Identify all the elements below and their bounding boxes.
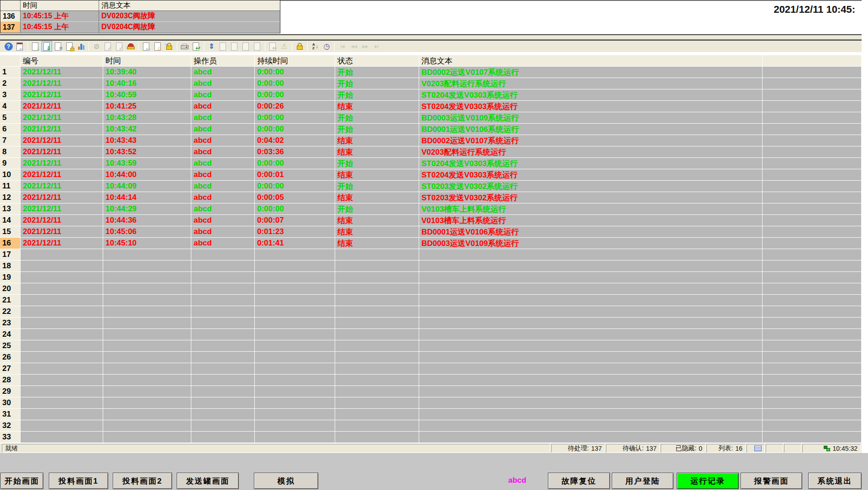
duration-cell: 0:00:05 — [255, 192, 335, 203]
table-row-empty[interactable]: 29 — [0, 386, 862, 397]
table-row-empty[interactable]: 30 — [0, 397, 862, 409]
duration-cell — [255, 432, 335, 443]
table-row[interactable]: 132021/12/1110:44:29abcd0:00:00开始V0103槽车… — [0, 203, 862, 215]
date-cell: 2021/12/11 — [21, 238, 103, 249]
info-text-icon[interactable]: ← — [141, 41, 152, 52]
row-number-cell: 23 — [0, 318, 21, 329]
alarm-popup-window: 时间消息文本13610:45:15 上午DV0203C阀故障13710:45:1… — [0, 0, 280, 33]
table-row[interactable]: 52021/12/1110:43:28abcd0:00:00开始BD0003运送… — [0, 112, 862, 124]
time-cell — [103, 249, 191, 261]
help-icon[interactable]: ? — [3, 41, 14, 52]
nav-button-feed-screen-1[interactable]: 投料画面1 — [49, 473, 108, 489]
column-header-number[interactable]: 编号 — [21, 55, 103, 67]
operator-cell — [191, 363, 255, 375]
sort-az-icon[interactable]: AZ↓ — [310, 41, 321, 52]
alarm-time-cell: 10:45:15 上午 — [21, 11, 99, 22]
table-row-empty[interactable]: 20 — [0, 283, 862, 295]
table-row[interactable]: 102021/12/1110:44:00abcd0:00:01结束ST0204发… — [0, 169, 862, 181]
table-row[interactable]: 22021/12/1110:40:16abcd0:00:00开始V0203配料运… — [0, 78, 862, 89]
table-row[interactable]: 42021/12/1110:41:25abcd0:00:26结束ST0204发送… — [0, 101, 862, 112]
emergency-ack-icon[interactable] — [126, 41, 136, 52]
time-cell — [103, 306, 191, 318]
row-number-cell: 3 — [0, 89, 21, 101]
lock-icon[interactable] — [295, 41, 305, 52]
time-base-icon[interactable]: ◷ — [321, 41, 332, 52]
table-row-empty[interactable]: 31 — [0, 409, 862, 420]
table-row[interactable]: 32021/12/1110:40:59abcd0:00:00开始ST0204发送… — [0, 89, 862, 101]
table-row[interactable]: 12021/12/1110:39:40abcd0:00:00开始BD0002运送… — [0, 67, 862, 78]
table-row-empty[interactable]: 26 — [0, 352, 862, 363]
table-row[interactable]: 142021/12/1110:44:36abcd0:00:07结束V0103槽车… — [0, 215, 862, 226]
table-row-empty[interactable]: 33 — [0, 432, 862, 443]
alarm-popup-corner-cell — [0, 0, 21, 11]
lock-display-icon[interactable]: ← — [164, 41, 174, 52]
operator-cell — [191, 272, 255, 283]
lock-list-icon[interactable] — [64, 41, 75, 52]
operator-cell: abcd — [191, 158, 255, 169]
nav-button-simulation[interactable]: 模拟 — [254, 473, 318, 489]
spacer-cell — [763, 261, 862, 272]
date-cell — [21, 306, 103, 318]
alarm-popup-row[interactable]: 13710:45:15 上午DV0204C阀故障 — [0, 22, 280, 33]
nav-button-system-exit[interactable]: 系统退出 — [808, 473, 862, 489]
column-header-time[interactable]: 时间 — [103, 55, 191, 67]
date-cell: 2021/12/11 — [21, 78, 103, 89]
table-row[interactable]: 92021/12/1110:43:59abcd0:00:00开始ST0204发送… — [0, 158, 862, 169]
bottom-navigation-area: abcd 开始画面投料画面1投料画面2发送罐画面模拟故障复位用户登陆运行记录报警… — [0, 453, 868, 490]
table-row[interactable]: 112021/12/1110:44:09abcd0:00:00开始ST0203发… — [0, 181, 862, 192]
nav-first-icon: |◀ — [337, 41, 347, 52]
statistics-icon[interactable] — [76, 41, 86, 52]
restore-icon[interactable]: ↩ — [191, 41, 201, 52]
update-list-icon[interactable]: ↓ — [30, 41, 41, 52]
table-row[interactable]: 122021/12/1110:44:14abcd0:00:05结束ST0203发… — [0, 192, 862, 203]
nav-button-send-tank-screen[interactable]: 发送罐画面 — [177, 473, 239, 489]
hint-text-icon[interactable]: ☼ — [153, 41, 163, 52]
nav-button-alarm-screen[interactable]: 报警画面 — [741, 473, 802, 489]
last-message-icon: ↓ — [252, 41, 263, 52]
toolbar-separator — [27, 42, 28, 51]
operator-cell: abcd — [191, 101, 255, 112]
operator-cell: abcd — [191, 238, 255, 249]
nav-button-user-login[interactable]: 用户登陆 — [612, 473, 673, 489]
column-header-operator[interactable]: 操作员 — [191, 55, 255, 67]
alarm-time-cell: 10:45:15 上午 — [21, 22, 99, 33]
archive-list-icon[interactable]: ⇓ — [42, 41, 52, 52]
table-row-empty[interactable]: 17 — [0, 249, 862, 261]
operator-cell: abcd — [191, 226, 255, 238]
table-row-empty[interactable]: 21 — [0, 295, 862, 306]
table-row[interactable]: 152021/12/1110:45:06abcd0:01:23结束BD0001运… — [0, 226, 862, 238]
table-row-empty[interactable]: 28 — [0, 375, 862, 386]
table-row-empty[interactable]: 24 — [0, 329, 862, 340]
alarm-popup-row[interactable]: 13610:45:15 上午DV0203C阀故障 — [0, 11, 280, 22]
spacer-cell — [763, 432, 862, 443]
status-panel-pending: 待处理:137 — [551, 444, 605, 453]
table-row[interactable]: 82021/12/1110:43:52abcd0:03:36结束V0203配料运… — [0, 146, 862, 158]
list-view-icon[interactable] — [754, 445, 762, 451]
sort-updown-icon[interactable]: ⇕ — [206, 41, 217, 52]
duration-cell — [255, 363, 335, 375]
column-header-status[interactable]: 状态 — [335, 55, 419, 67]
message-window-icon[interactable]: ← — [15, 41, 25, 52]
table-row-empty[interactable]: 23 — [0, 318, 862, 329]
column-header-duration[interactable]: 持续时间 — [255, 55, 335, 67]
operator-cell: abcd — [191, 203, 255, 215]
print-icon[interactable] — [179, 41, 190, 52]
column-header-message[interactable]: 消息文本 — [419, 55, 763, 67]
database-list-icon[interactable]: ≡ — [53, 41, 63, 52]
table-row-empty[interactable]: 19 — [0, 272, 862, 283]
table-row-empty[interactable]: 18 — [0, 261, 862, 272]
nav-button-feed-screen-2[interactable]: 投料画面2 — [113, 473, 172, 489]
table-row-empty[interactable]: 32 — [0, 420, 862, 432]
table-row-empty[interactable]: 22 — [0, 306, 862, 318]
nav-button-start-screen[interactable]: 开始画面 — [0, 473, 43, 489]
date-cell — [21, 386, 103, 397]
nav-button-fault-reset[interactable]: 故障复位 — [548, 473, 610, 489]
table-row-empty[interactable]: 25 — [0, 340, 862, 352]
date-cell: 2021/12/11 — [21, 169, 103, 181]
table-row-empty[interactable]: 27 — [0, 363, 862, 375]
table-row[interactable]: 72021/12/1110:43:43abcd0:04:02结束BD0002运送… — [0, 135, 862, 146]
status-cell: 结束 — [335, 238, 419, 249]
table-row[interactable]: 62021/12/1110:43:42abcd0:00:00开始BD0001运送… — [0, 124, 862, 135]
table-row[interactable]: 162021/12/1110:45:10abcd0:01:41结束BD0003运… — [0, 238, 862, 249]
nav-button-run-record[interactable]: 运行记录 — [677, 473, 739, 489]
